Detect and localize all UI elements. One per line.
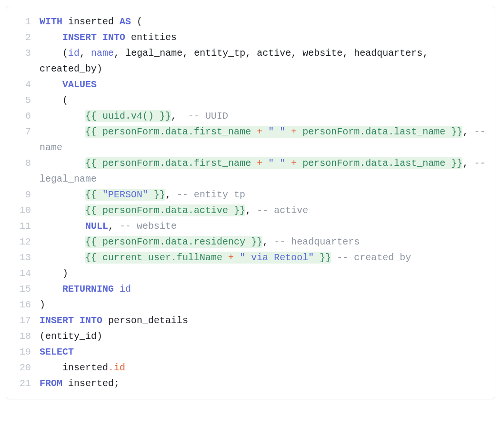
line-number: 8	[6, 155, 40, 171]
code-line: 12 {{ personForm.data.residency }}, -- h…	[6, 234, 487, 250]
line-number: 21	[6, 376, 40, 391]
code-line: 4 VALUES	[6, 77, 487, 92]
code-content[interactable]: FROM inserted;	[40, 376, 487, 391]
code-line: 11 NULL, -- website	[6, 218, 487, 234]
code-line: 5 (	[6, 92, 487, 108]
code-line: 9 {{ "PERSON" }}, -- entity_tp	[6, 187, 487, 203]
line-number: 5	[6, 92, 40, 108]
template-expression[interactable]: {{ personForm.data.first_name + " " + pe…	[85, 126, 462, 138]
code-content[interactable]: (id, name, legal_name, entity_tp, active…	[40, 45, 487, 77]
code-content[interactable]: RETURNING id	[40, 281, 487, 297]
line-number: 12	[6, 234, 40, 250]
line-number: 9	[6, 187, 40, 203]
line-number: 10	[6, 203, 40, 218]
code-content[interactable]: VALUES	[40, 77, 487, 92]
code-line: 3 (id, name, legal_name, entity_tp, acti…	[6, 45, 487, 77]
line-number: 4	[6, 77, 40, 92]
code-content[interactable]: )	[40, 265, 487, 281]
code-line: 19 SELECT	[6, 344, 487, 360]
code-line: 8 {{ personForm.data.first_name + " " + …	[6, 155, 487, 187]
line-number: 11	[6, 218, 40, 234]
code-line: 14 )	[6, 265, 487, 281]
code-line: 6 {{ uuid.v4() }}, -- UUID	[6, 108, 487, 124]
code-line: 21 FROM inserted;	[6, 376, 487, 391]
line-number: 17	[6, 313, 40, 328]
line-number: 1	[6, 14, 40, 30]
code-content[interactable]: inserted.id	[40, 360, 487, 376]
line-number: 16	[6, 297, 40, 313]
code-content[interactable]: {{ personForm.data.first_name + " " + pe…	[40, 155, 487, 187]
code-content[interactable]: (entity_id)	[40, 328, 487, 344]
code-line: 15 RETURNING id	[6, 281, 487, 297]
template-expression[interactable]: {{ personForm.data.residency }}	[85, 236, 262, 248]
template-expression[interactable]: {{ personForm.data.first_name + " " + pe…	[85, 157, 462, 169]
line-number: 14	[6, 265, 40, 281]
line-number: 6	[6, 108, 40, 124]
template-expression[interactable]: {{ uuid.v4() }}	[85, 110, 171, 122]
code-content[interactable]: {{ "PERSON" }}, -- entity_tp	[40, 187, 487, 203]
code-line: 2 INSERT INTO entities	[6, 30, 487, 45]
line-number: 2	[6, 30, 40, 45]
code-content[interactable]: SELECT	[40, 344, 487, 360]
code-editor[interactable]: 1 WITH inserted AS ( 2 INSERT INTO entit…	[6, 6, 495, 399]
code-content[interactable]: {{ current_user.fullName + " via Retool"…	[40, 250, 487, 265]
code-content[interactable]: )	[40, 297, 487, 313]
code-content[interactable]: {{ personForm.data.residency }}, -- head…	[40, 234, 487, 250]
code-line: 18 (entity_id)	[6, 328, 487, 344]
line-number: 18	[6, 328, 40, 344]
line-number: 20	[6, 360, 40, 376]
code-line: 7 {{ personForm.data.first_name + " " + …	[6, 124, 487, 155]
code-content[interactable]: INSERT INTO entities	[40, 30, 487, 45]
code-content[interactable]: {{ personForm.data.first_name + " " + pe…	[40, 124, 487, 155]
code-line: 1 WITH inserted AS (	[6, 14, 487, 30]
code-line: 16 )	[6, 297, 487, 313]
line-number: 19	[6, 344, 40, 360]
code-content[interactable]: {{ personForm.data.active }}, -- active	[40, 203, 487, 218]
template-expression[interactable]: {{ "PERSON" }}	[85, 189, 165, 201]
code-content[interactable]: NULL, -- website	[40, 218, 487, 234]
line-number: 13	[6, 250, 40, 265]
code-content[interactable]: {{ uuid.v4() }}, -- UUID	[40, 108, 487, 124]
code-content[interactable]: INSERT INTO person_details	[40, 313, 487, 328]
code-line: 20 inserted.id	[6, 360, 487, 376]
code-content[interactable]: (	[40, 92, 487, 108]
code-line: 10 {{ personForm.data.active }}, -- acti…	[6, 203, 487, 218]
template-expression[interactable]: {{ current_user.fullName + " via Retool"…	[85, 252, 331, 264]
line-number: 7	[6, 124, 40, 140]
code-line: 17 INSERT INTO person_details	[6, 313, 487, 328]
line-number: 15	[6, 281, 40, 297]
line-number: 3	[6, 45, 40, 61]
code-content[interactable]: WITH inserted AS (	[40, 14, 487, 30]
template-expression[interactable]: {{ personForm.data.active }}	[85, 204, 245, 216]
code-line: 13 {{ current_user.fullName + " via Reto…	[6, 250, 487, 265]
